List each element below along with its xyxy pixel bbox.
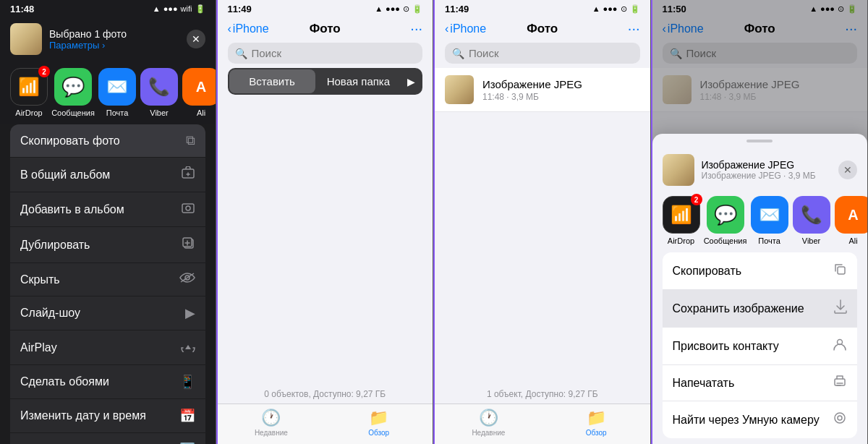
share4-assign-label: Присвоить контакту	[673, 340, 779, 353]
svg-rect-10	[835, 379, 845, 385]
menu-item-hide[interactable]: Скрыть	[10, 263, 205, 296]
tab-browse-2[interactable]: 📁 Обзор	[325, 409, 433, 437]
share4-menu-assign-contact[interactable]: Присвоить контакту	[663, 328, 858, 365]
file-item-0[interactable]: Изображение JPEG 11:48 · 3,9 МБ	[435, 68, 650, 112]
share4-close-button[interactable]: ✕	[838, 161, 857, 179]
status-time-1: 11:48	[10, 4, 34, 14]
menu-item-copy-photo[interactable]: Скопировать фото ⧉	[10, 124, 205, 157]
new-folder-button[interactable]: Новая папка	[315, 69, 401, 93]
share4-airdrop-badge: 2	[691, 194, 702, 205]
share-app-airdrop[interactable]: 📶 2 AirDrop	[10, 68, 48, 117]
menu-item-wallpaper[interactable]: Сделать обоями 📱	[10, 365, 205, 398]
duplicate-label: Дублировать	[20, 239, 90, 252]
clock-icon-3: 🕐	[479, 409, 498, 427]
share4-app-viber[interactable]: 📞 Viber	[793, 196, 830, 245]
file-list-2	[218, 99, 433, 385]
share-params[interactable]: Параметры ›	[49, 40, 187, 51]
search-input-2[interactable]	[252, 47, 416, 59]
share4-menu-print[interactable]: Напечатать	[663, 365, 858, 401]
share-thumbnail	[10, 23, 42, 55]
search-input-3[interactable]	[469, 47, 633, 59]
menu-item-edit-location[interactable]: Изменить геопозицию ℹ️	[10, 433, 205, 444]
more-button-3[interactable]: ···	[628, 20, 640, 37]
nav-title-2: Фото	[310, 22, 341, 36]
messages-label: Сообщения	[51, 108, 95, 117]
files-status-2: 0 объектов, Доступно: 9,27 ГБ	[218, 385, 433, 404]
folder-icon-3: 📁	[587, 409, 606, 427]
share-sheet-4: Изображение JPEG Изображение JPEG · 3,9 …	[652, 134, 868, 444]
airdrop-badge: 2	[38, 66, 50, 77]
status-bar-3: 11:49 ▲ ●●● ⊙ 🔋	[435, 0, 650, 16]
share4-app-mail[interactable]: ✉️ Почта	[751, 196, 788, 245]
more-button-2[interactable]: ···	[410, 20, 422, 37]
nav-title-3: Фото	[527, 22, 558, 36]
share-menu: Скопировать фото ⧉ В общий альбом Добави…	[0, 124, 216, 444]
share4-mail-icon: ✉️	[751, 196, 788, 234]
back-button-3[interactable]: ‹ iPhone	[445, 22, 486, 35]
status-bar-2: 11:49 ▲ ●●● ⊙ 🔋	[218, 0, 433, 16]
share4-copy-icon	[833, 262, 847, 280]
file-list-3: Изображение JPEG 11:48 · 3,9 МБ	[435, 68, 650, 385]
share-app-mail[interactable]: ✉️ Почта	[98, 68, 136, 117]
back-label-2: iPhone	[233, 22, 269, 35]
airdrop-icon: 📶 2	[10, 68, 48, 106]
menu-item-slideshow[interactable]: Слайд-шоу ▶	[10, 296, 205, 330]
menu-item-shared-album[interactable]: В общий альбом	[10, 158, 205, 192]
menu-item-edit-date[interactable]: Изменить дату и время 📅	[10, 399, 205, 432]
share-app-ali[interactable]: A Ali	[182, 68, 216, 117]
share4-messages-icon: 💬	[707, 196, 744, 234]
share4-print-icon	[833, 375, 847, 391]
status-time-2: 11:49	[228, 4, 252, 14]
search-icon-2: 🔍	[235, 48, 247, 59]
file-name-0: Изображение JPEG	[482, 78, 640, 90]
share4-menu-save-image[interactable]: Сохранить изображение	[663, 290, 858, 328]
file-thumbnail-0	[445, 75, 474, 104]
paste-button[interactable]: Вставить	[229, 69, 315, 93]
share4-contact-icon	[833, 337, 847, 355]
tab-browse-3[interactable]: 📁 Обзор	[542, 409, 650, 437]
ali-icon: A	[182, 68, 216, 106]
menu-item-airplay[interactable]: AirPlay	[10, 330, 205, 364]
files-nav-2: ‹ iPhone Фото ···	[218, 16, 433, 40]
share4-app-airdrop[interactable]: 📶 2 AirDrop	[663, 196, 700, 245]
share-app-viber[interactable]: 📞 Viber	[140, 68, 178, 117]
share4-app-ali[interactable]: A Ali	[835, 196, 868, 245]
search-bar-2[interactable]: 🔍	[228, 43, 423, 64]
status-icons-1: ▲ ●●● wifi 🔋	[153, 4, 205, 14]
viber-icon: 📞	[140, 68, 178, 106]
menu-item-add-album[interactable]: Добавить в альбом	[10, 192, 205, 226]
share-apps-row: 📶 2 AirDrop 💬 Сообщения ✉️ Почта 📞 Viber	[0, 61, 216, 124]
share-app-messages[interactable]: 💬 Сообщения	[52, 68, 94, 117]
menu-item-duplicate[interactable]: Дублировать	[10, 227, 205, 262]
share4-print-label: Напечатать	[673, 377, 735, 390]
back-button-2[interactable]: ‹ iPhone	[228, 22, 269, 35]
status-time-3: 11:49	[445, 4, 469, 14]
share4-ali-label: Ali	[848, 236, 857, 245]
search-bar-3[interactable]: 🔍	[445, 43, 640, 64]
svg-point-12	[838, 416, 842, 420]
edit-date-icon: 📅	[179, 408, 195, 424]
tab-recent-label-3: Недавние	[472, 429, 505, 437]
svg-point-11	[835, 413, 845, 423]
share4-menu-smart-camera[interactable]: Найти через Умную камеру	[663, 401, 858, 438]
sheet-handle	[652, 134, 868, 145]
tab-recent-3[interactable]: 🕐 Недавние	[435, 409, 542, 437]
tab-recent-2[interactable]: 🕐 Недавние	[218, 409, 326, 437]
mail-label: Почта	[106, 108, 129, 117]
share4-header: Изображение JPEG Изображение JPEG · 3,9 …	[652, 145, 868, 192]
share-header: Выбрано 1 фото Параметры › ✕	[0, 16, 216, 61]
add-album-icon	[181, 201, 195, 218]
share4-airdrop-icon: 📶 2	[663, 196, 700, 234]
copy-photo-label: Скопировать фото	[20, 135, 120, 148]
slideshow-label: Слайд-шоу	[20, 307, 80, 320]
airplay-icon	[181, 339, 195, 356]
share-close-button[interactable]: ✕	[187, 30, 205, 48]
share4-menu-copy[interactable]: Скопировать	[663, 252, 858, 290]
share4-viber-label: Viber	[802, 236, 820, 245]
ali-label: Ali	[197, 108, 205, 117]
copy-icon: ⧉	[186, 133, 195, 148]
share4-messages-label: Сообщения	[704, 236, 747, 245]
share4-app-messages[interactable]: 💬 Сообщения	[705, 196, 746, 245]
share4-copy-label: Скопировать	[673, 265, 742, 278]
airplay-label: AirPlay	[20, 341, 57, 354]
